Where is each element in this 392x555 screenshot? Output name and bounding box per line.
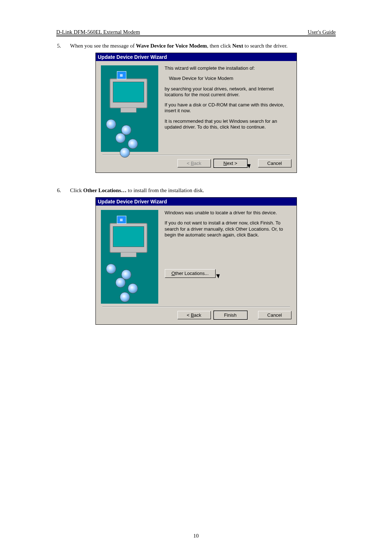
wizard-dialog-1: Update Device Driver Wizard ▦ This wizar… bbox=[95, 53, 297, 173]
step-5: 5. When you see the message of Wave Devi… bbox=[56, 43, 336, 49]
back-button: < Back bbox=[177, 159, 211, 167]
next-button[interactable]: Next > bbox=[214, 159, 247, 167]
dlg2-p1: Windows was unable to locate a driver fo… bbox=[165, 210, 291, 216]
finish-button[interactable]: Finish bbox=[214, 311, 247, 319]
header-left: D-Link DFM-560EL External Modem bbox=[56, 29, 140, 35]
other-locations-button[interactable]: Other Locations... bbox=[165, 269, 216, 278]
cancel-button[interactable]: Cancel bbox=[258, 159, 291, 167]
page-number: 10 bbox=[0, 533, 392, 539]
dlg1-device: Wave Device for Voice Modem bbox=[165, 76, 291, 81]
dlg1-p4: It is recommended that you let Windows s… bbox=[165, 118, 291, 130]
wizard-dialog-2: Update Device Driver Wizard ▦ Windows wa… bbox=[95, 197, 297, 325]
cursor-icon bbox=[217, 273, 222, 278]
step-num-6: 6. bbox=[56, 187, 70, 194]
cancel-button[interactable]: Cancel bbox=[258, 311, 291, 319]
header-right: User's Guide bbox=[308, 29, 336, 35]
step-6: 6. Click Other Locations… to install fro… bbox=[56, 187, 336, 194]
dlg1-p2: by searching your local drives, network,… bbox=[165, 86, 291, 98]
wizard-graphic: ▦ bbox=[101, 210, 158, 304]
wizard-graphic: ▦ bbox=[101, 65, 158, 152]
dlg1-p3: If you have a disk or CD-ROM that came w… bbox=[165, 102, 291, 114]
dialog-title: Update Device Driver Wizard bbox=[96, 198, 297, 206]
cursor-icon bbox=[248, 163, 253, 168]
back-button[interactable]: < Back bbox=[177, 311, 211, 319]
dialog-title: Update Device Driver Wizard bbox=[96, 53, 297, 61]
page-header: D-Link DFM-560EL External Modem User's G… bbox=[56, 29, 336, 36]
step-text-6: Click Other Locations… to install from t… bbox=[70, 187, 336, 194]
step-text-5: When you see the message of Wave Device … bbox=[70, 43, 336, 49]
button-row-1: < Back Next > Cancel bbox=[96, 159, 297, 173]
button-row-2: < Back Finish Cancel bbox=[96, 311, 297, 324]
dlg1-p1: This wizard will complete the installati… bbox=[165, 65, 291, 71]
separator bbox=[102, 307, 290, 307]
step-num-5: 5. bbox=[56, 43, 70, 49]
separator bbox=[102, 155, 290, 155]
dlg2-p2: If you do not want to install a driver n… bbox=[165, 220, 291, 238]
